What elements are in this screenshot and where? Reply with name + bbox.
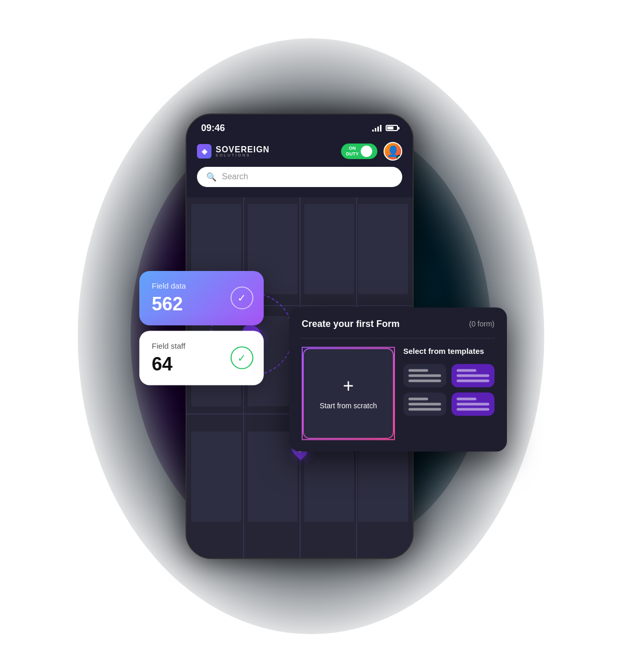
logo-text: sovereign bbox=[216, 145, 270, 154]
battery-icon bbox=[386, 125, 398, 131]
avatar[interactable]: 👤 bbox=[384, 142, 402, 161]
form-body: + Start from scratch Select from templat… bbox=[302, 347, 494, 440]
status-icons bbox=[372, 124, 398, 132]
form-panel-title: Create your first Form bbox=[302, 319, 400, 330]
search-bar[interactable]: 🔍 Search bbox=[197, 167, 402, 187]
signal-icon bbox=[372, 124, 381, 132]
form-panel-header: Create your first Form (0 form) bbox=[302, 319, 494, 330]
template-grid bbox=[403, 364, 494, 416]
template-title: Select from templates bbox=[403, 347, 494, 355]
search-placeholder: Search bbox=[222, 172, 248, 181]
logo: ◈ sovereign SOLUTIONS bbox=[197, 144, 270, 159]
field-staff-card: Field staff 64 ✓ bbox=[139, 331, 264, 385]
plus-icon: + bbox=[343, 377, 354, 395]
status-time: 09:46 bbox=[201, 123, 225, 134]
scene: 09:46 ◈ s bbox=[26, 25, 596, 647]
toggle-ball bbox=[361, 146, 372, 157]
create-form-panel: Create your first Form (0 form) + Start … bbox=[289, 307, 507, 451]
start-from-scratch-button[interactable]: + Start from scratch bbox=[302, 347, 395, 440]
status-bar: 09:46 bbox=[187, 115, 413, 138]
header-right: ONDUTY 👤 bbox=[341, 142, 403, 161]
logo-icon: ◈ bbox=[197, 144, 211, 159]
search-icon: 🔍 bbox=[206, 172, 217, 182]
app-header: ◈ sovereign SOLUTIONS ONDUTY 👤 bbox=[187, 138, 413, 167]
form-count: (0 form) bbox=[469, 320, 494, 328]
duty-toggle[interactable]: ONDUTY bbox=[341, 144, 378, 159]
field-data-card: Field data 562 ✓ bbox=[139, 271, 264, 325]
duty-text: ONDUTY bbox=[346, 146, 359, 157]
avatar-online-dot bbox=[397, 155, 402, 160]
form-divider bbox=[302, 338, 494, 338]
template-card-4[interactable] bbox=[451, 392, 494, 416]
template-card-2[interactable] bbox=[451, 364, 494, 387]
field-data-check: ✓ bbox=[231, 287, 253, 309]
scratch-label: Start from scratch bbox=[320, 402, 377, 410]
field-staff-check: ✓ bbox=[231, 347, 253, 369]
template-card-1[interactable] bbox=[403, 364, 446, 387]
template-card-3[interactable] bbox=[403, 392, 446, 416]
template-section: Select from templates bbox=[403, 347, 494, 440]
